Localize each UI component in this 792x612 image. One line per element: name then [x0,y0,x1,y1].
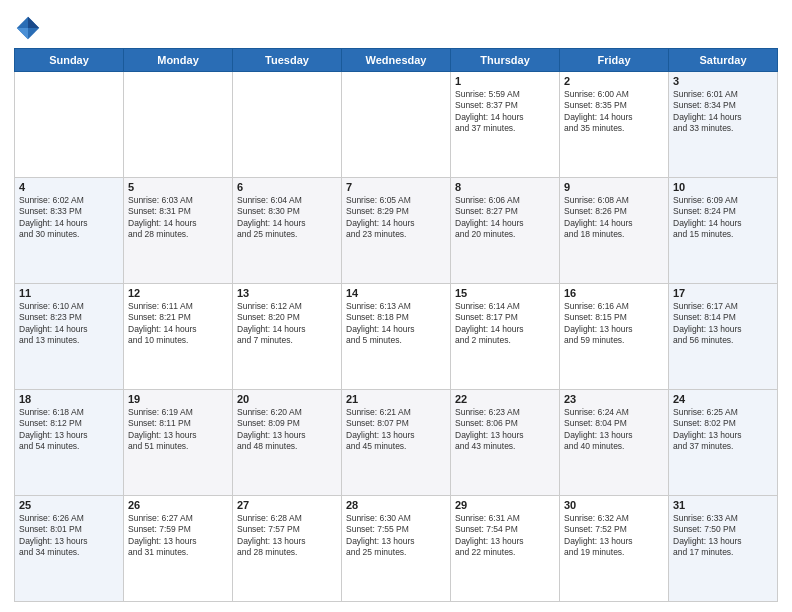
day-number: 24 [673,393,773,405]
day-number: 16 [564,287,664,299]
day-number: 15 [455,287,555,299]
day-number: 6 [237,181,337,193]
cell-info: Sunrise: 6:16 AMSunset: 8:15 PMDaylight:… [564,301,664,347]
calendar-cell: 6Sunrise: 6:04 AMSunset: 8:30 PMDaylight… [233,178,342,284]
day-number: 4 [19,181,119,193]
calendar-header-row: SundayMondayTuesdayWednesdayThursdayFrid… [15,49,778,72]
day-number: 5 [128,181,228,193]
cell-info: Sunrise: 6:31 AMSunset: 7:54 PMDaylight:… [455,513,555,559]
day-number: 10 [673,181,773,193]
col-header-tuesday: Tuesday [233,49,342,72]
calendar-cell: 28Sunrise: 6:30 AMSunset: 7:55 PMDayligh… [342,496,451,602]
col-header-wednesday: Wednesday [342,49,451,72]
logo [14,14,46,42]
cell-info: Sunrise: 6:28 AMSunset: 7:57 PMDaylight:… [237,513,337,559]
day-number: 14 [346,287,446,299]
cell-info: Sunrise: 6:14 AMSunset: 8:17 PMDaylight:… [455,301,555,347]
calendar-cell: 29Sunrise: 6:31 AMSunset: 7:54 PMDayligh… [451,496,560,602]
day-number: 2 [564,75,664,87]
calendar-cell: 31Sunrise: 6:33 AMSunset: 7:50 PMDayligh… [669,496,778,602]
day-number: 31 [673,499,773,511]
calendar-cell: 11Sunrise: 6:10 AMSunset: 8:23 PMDayligh… [15,284,124,390]
cell-info: Sunrise: 6:33 AMSunset: 7:50 PMDaylight:… [673,513,773,559]
day-number: 26 [128,499,228,511]
calendar-cell [342,72,451,178]
calendar-cell: 14Sunrise: 6:13 AMSunset: 8:18 PMDayligh… [342,284,451,390]
calendar-cell [124,72,233,178]
cell-info: Sunrise: 6:06 AMSunset: 8:27 PMDaylight:… [455,195,555,241]
calendar-cell: 4Sunrise: 6:02 AMSunset: 8:33 PMDaylight… [15,178,124,284]
day-number: 1 [455,75,555,87]
calendar-cell: 7Sunrise: 6:05 AMSunset: 8:29 PMDaylight… [342,178,451,284]
logo-icon [14,14,42,42]
cell-info: Sunrise: 6:25 AMSunset: 8:02 PMDaylight:… [673,407,773,453]
calendar-cell: 23Sunrise: 6:24 AMSunset: 8:04 PMDayligh… [560,390,669,496]
cell-info: Sunrise: 6:26 AMSunset: 8:01 PMDaylight:… [19,513,119,559]
col-header-friday: Friday [560,49,669,72]
page: SundayMondayTuesdayWednesdayThursdayFrid… [0,0,792,612]
calendar-cell: 1Sunrise: 5:59 AMSunset: 8:37 PMDaylight… [451,72,560,178]
calendar-cell: 9Sunrise: 6:08 AMSunset: 8:26 PMDaylight… [560,178,669,284]
day-number: 9 [564,181,664,193]
col-header-sunday: Sunday [15,49,124,72]
cell-info: Sunrise: 6:01 AMSunset: 8:34 PMDaylight:… [673,89,773,135]
day-number: 29 [455,499,555,511]
calendar-cell [233,72,342,178]
calendar-cell: 21Sunrise: 6:21 AMSunset: 8:07 PMDayligh… [342,390,451,496]
calendar-week-4: 18Sunrise: 6:18 AMSunset: 8:12 PMDayligh… [15,390,778,496]
cell-info: Sunrise: 6:17 AMSunset: 8:14 PMDaylight:… [673,301,773,347]
day-number: 22 [455,393,555,405]
col-header-saturday: Saturday [669,49,778,72]
cell-info: Sunrise: 6:09 AMSunset: 8:24 PMDaylight:… [673,195,773,241]
calendar-cell [15,72,124,178]
calendar: SundayMondayTuesdayWednesdayThursdayFrid… [14,48,778,602]
calendar-cell: 2Sunrise: 6:00 AMSunset: 8:35 PMDaylight… [560,72,669,178]
calendar-cell: 10Sunrise: 6:09 AMSunset: 8:24 PMDayligh… [669,178,778,284]
cell-info: Sunrise: 6:19 AMSunset: 8:11 PMDaylight:… [128,407,228,453]
header [14,10,778,42]
calendar-week-3: 11Sunrise: 6:10 AMSunset: 8:23 PMDayligh… [15,284,778,390]
col-header-thursday: Thursday [451,49,560,72]
cell-info: Sunrise: 6:24 AMSunset: 8:04 PMDaylight:… [564,407,664,453]
calendar-cell: 22Sunrise: 6:23 AMSunset: 8:06 PMDayligh… [451,390,560,496]
calendar-cell: 15Sunrise: 6:14 AMSunset: 8:17 PMDayligh… [451,284,560,390]
day-number: 17 [673,287,773,299]
cell-info: Sunrise: 6:04 AMSunset: 8:30 PMDaylight:… [237,195,337,241]
cell-info: Sunrise: 6:03 AMSunset: 8:31 PMDaylight:… [128,195,228,241]
day-number: 21 [346,393,446,405]
calendar-cell: 26Sunrise: 6:27 AMSunset: 7:59 PMDayligh… [124,496,233,602]
day-number: 13 [237,287,337,299]
day-number: 3 [673,75,773,87]
calendar-cell: 8Sunrise: 6:06 AMSunset: 8:27 PMDaylight… [451,178,560,284]
calendar-cell: 17Sunrise: 6:17 AMSunset: 8:14 PMDayligh… [669,284,778,390]
cell-info: Sunrise: 6:00 AMSunset: 8:35 PMDaylight:… [564,89,664,135]
cell-info: Sunrise: 6:08 AMSunset: 8:26 PMDaylight:… [564,195,664,241]
calendar-cell: 3Sunrise: 6:01 AMSunset: 8:34 PMDaylight… [669,72,778,178]
day-number: 20 [237,393,337,405]
day-number: 30 [564,499,664,511]
cell-info: Sunrise: 6:02 AMSunset: 8:33 PMDaylight:… [19,195,119,241]
calendar-week-1: 1Sunrise: 5:59 AMSunset: 8:37 PMDaylight… [15,72,778,178]
day-number: 28 [346,499,446,511]
day-number: 25 [19,499,119,511]
cell-info: Sunrise: 6:12 AMSunset: 8:20 PMDaylight:… [237,301,337,347]
cell-info: Sunrise: 6:30 AMSunset: 7:55 PMDaylight:… [346,513,446,559]
cell-info: Sunrise: 6:27 AMSunset: 7:59 PMDaylight:… [128,513,228,559]
calendar-cell: 16Sunrise: 6:16 AMSunset: 8:15 PMDayligh… [560,284,669,390]
calendar-cell: 18Sunrise: 6:18 AMSunset: 8:12 PMDayligh… [15,390,124,496]
cell-info: Sunrise: 6:32 AMSunset: 7:52 PMDaylight:… [564,513,664,559]
calendar-cell: 25Sunrise: 6:26 AMSunset: 8:01 PMDayligh… [15,496,124,602]
cell-info: Sunrise: 6:20 AMSunset: 8:09 PMDaylight:… [237,407,337,453]
calendar-cell: 12Sunrise: 6:11 AMSunset: 8:21 PMDayligh… [124,284,233,390]
day-number: 8 [455,181,555,193]
calendar-cell: 5Sunrise: 6:03 AMSunset: 8:31 PMDaylight… [124,178,233,284]
day-number: 12 [128,287,228,299]
svg-marker-1 [28,17,39,28]
calendar-week-2: 4Sunrise: 6:02 AMSunset: 8:33 PMDaylight… [15,178,778,284]
cell-info: Sunrise: 5:59 AMSunset: 8:37 PMDaylight:… [455,89,555,135]
col-header-monday: Monday [124,49,233,72]
cell-info: Sunrise: 6:21 AMSunset: 8:07 PMDaylight:… [346,407,446,453]
svg-marker-2 [17,28,28,39]
cell-info: Sunrise: 6:10 AMSunset: 8:23 PMDaylight:… [19,301,119,347]
day-number: 18 [19,393,119,405]
